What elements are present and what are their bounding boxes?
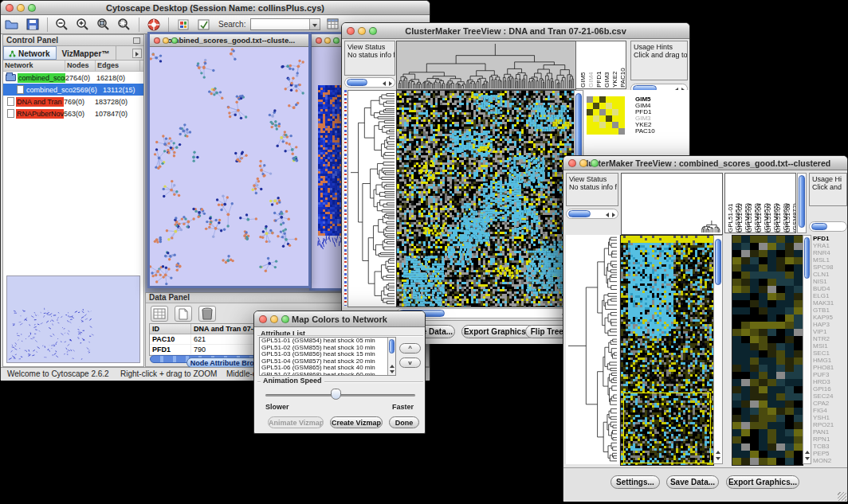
view-status-scrollbar[interactable] (344, 77, 395, 88)
zoom-window-icon[interactable] (369, 27, 377, 35)
save-icon[interactable] (25, 17, 41, 32)
network-canvas-1[interactable] (150, 47, 308, 286)
row-dendrogram[interactable] (347, 90, 397, 307)
move-down-button[interactable]: v (399, 357, 421, 368)
gene-label[interactable]: PUF3 (813, 371, 846, 378)
close-icon[interactable] (568, 159, 576, 167)
close-icon[interactable] (154, 37, 160, 44)
search-dropdown-icon[interactable] (309, 19, 320, 29)
treeview1-title-bar[interactable]: ClusterMaker TreeView : DNA and Tran 07-… (342, 23, 689, 39)
zoom-window-icon[interactable] (28, 4, 36, 12)
gene-label[interactable]: HAP3 (813, 321, 846, 328)
main-heatmap[interactable] (396, 90, 575, 307)
attribute-item[interactable]: GPL51-07 (GSM868) heat shock 60 min (260, 372, 395, 376)
gene-label[interactable]: PHO81 (813, 364, 846, 371)
network-list-row[interactable]: RNAPuberNov2+563(0)107847(0) (3, 107, 143, 119)
minimize-icon[interactable] (270, 315, 278, 323)
network-list-row[interactable]: DNA and Tran 07769(0)183728(0) (3, 96, 143, 107)
gene-label[interactable]: SEC24 (813, 393, 846, 400)
gene-label[interactable]: GPI16 (813, 385, 846, 393)
row-dendrogram[interactable] (566, 235, 619, 464)
gene-label[interactable]: YRA1 (813, 242, 846, 249)
help-lifering-icon[interactable] (146, 17, 162, 32)
zoom-heatmap[interactable] (732, 235, 803, 466)
attribute-list[interactable]: GPL51-01 (GSM854) heat shock 05 minGPL51… (259, 337, 396, 376)
zoom-window-icon[interactable] (591, 159, 599, 167)
gene-label[interactable]: RPN1 (813, 436, 846, 443)
minimize-icon[interactable] (324, 37, 331, 44)
gene-label[interactable]: CLN1 (813, 271, 846, 278)
labels-vscrollbar[interactable] (797, 173, 807, 233)
gene-label[interactable]: RNR4 (813, 249, 846, 256)
gene-label[interactable]: CPA2 (813, 400, 846, 407)
zoom-selected-icon[interactable] (116, 17, 132, 32)
float-panel-icon[interactable] (133, 37, 140, 44)
gene-label[interactable]: HMG1 (813, 357, 846, 364)
gene-label[interactable]: MSI1 (813, 342, 846, 350)
usage-scrollbar[interactable] (809, 221, 847, 232)
minimize-icon[interactable] (358, 27, 366, 35)
close-icon[interactable] (316, 37, 322, 44)
tab-vizmapper[interactable]: VizMapper™ (57, 46, 116, 60)
export-graphics-button[interactable]: Export Graphics... (726, 475, 799, 489)
zoom-window-icon[interactable] (333, 37, 340, 44)
tab-network[interactable]: Network (3, 46, 57, 60)
gene-label[interactable]: TCB3 (813, 443, 846, 450)
scroll-thumb[interactable] (811, 223, 827, 230)
annotation-icon[interactable] (196, 17, 212, 32)
gene-label[interactable]: BUD4 (813, 285, 846, 292)
gene-label[interactable]: HRD3 (813, 378, 846, 385)
zoom-window-icon[interactable] (281, 315, 289, 323)
attribute-table-icon[interactable] (325, 17, 341, 32)
gene-label[interactable]: KAP95 (813, 314, 846, 321)
view-status-scrollbar[interactable] (566, 209, 618, 219)
global-heatmap[interactable] (620, 235, 714, 466)
scroll-thumb[interactable] (804, 237, 810, 279)
move-up-button[interactable]: ^ (399, 343, 421, 354)
scroll-thumb[interactable] (568, 210, 591, 217)
done-button[interactable]: Done (389, 416, 419, 428)
gene-label[interactable]: MSL1 (813, 256, 846, 264)
treeview2-title-bar[interactable]: ClusterMaker TreeView : combined_scores_… (563, 156, 847, 170)
delete-attribute-icon[interactable] (198, 306, 216, 322)
zoom-window-icon[interactable] (171, 37, 178, 44)
export-graphics-button[interactable]: Export Graphics... (461, 325, 535, 338)
gene-label[interactable]: NTR2 (813, 335, 846, 342)
genes-vscrollbar[interactable] (803, 235, 811, 464)
vizmap-palette-icon[interactable] (175, 17, 191, 32)
gene-label[interactable]: VIP1 (813, 328, 846, 335)
gene-label[interactable]: SEC1 (813, 350, 846, 357)
tab-overflow-icon[interactable] (132, 49, 142, 58)
network-table-header[interactable]: Network Nodes Edges (3, 61, 143, 72)
create-vizmap-button[interactable]: Create Vizmap (330, 416, 383, 428)
save-data-button[interactable]: Save Data... (666, 475, 719, 489)
select-attributes-icon[interactable] (151, 306, 168, 322)
gene-label[interactable]: PFD1 (813, 235, 846, 242)
zoom-heatmap[interactable] (587, 96, 625, 135)
attribute-list-scrollbar[interactable] (387, 338, 395, 375)
network-overview-thumbnail[interactable] (6, 275, 140, 363)
scroll-thumb[interactable] (389, 339, 395, 354)
minimize-icon[interactable] (579, 159, 587, 167)
gene-label[interactable]: PAN1 (813, 428, 846, 436)
gene-label[interactable]: PEP5 (813, 450, 846, 457)
main-title-bar[interactable]: Cytoscape Desktop (Session Name: collins… (1, 1, 430, 15)
animate-vizmap-button[interactable]: Animate Vizmap (268, 416, 324, 428)
open-file-icon[interactable] (4, 17, 20, 32)
frame1-title-bar[interactable]: combined_scores_good.txt--cluste... (150, 34, 308, 47)
scroll-thumb[interactable] (715, 239, 721, 285)
gene-label[interactable]: ELG1 (813, 292, 846, 299)
network-list-row[interactable]: combined_sco2569(6)13112(15) (3, 84, 143, 96)
network-list-row[interactable]: combined_scores2764(0)16218(0) (3, 72, 143, 84)
gene-label[interactable]: RPO21 (813, 421, 846, 428)
minimize-icon[interactable] (163, 37, 169, 44)
global-vscrollbar[interactable] (713, 235, 723, 464)
scroll-thumb[interactable] (347, 79, 367, 86)
zoom-in-icon[interactable] (75, 17, 91, 32)
new-attribute-icon[interactable] (175, 306, 192, 322)
minimize-icon[interactable] (17, 4, 25, 12)
zoom-out-icon[interactable] (54, 17, 70, 32)
close-icon[interactable] (347, 27, 355, 35)
gene-label[interactable]: FIG4 (813, 407, 846, 414)
gene-label[interactable]: SPC98 (813, 264, 846, 271)
